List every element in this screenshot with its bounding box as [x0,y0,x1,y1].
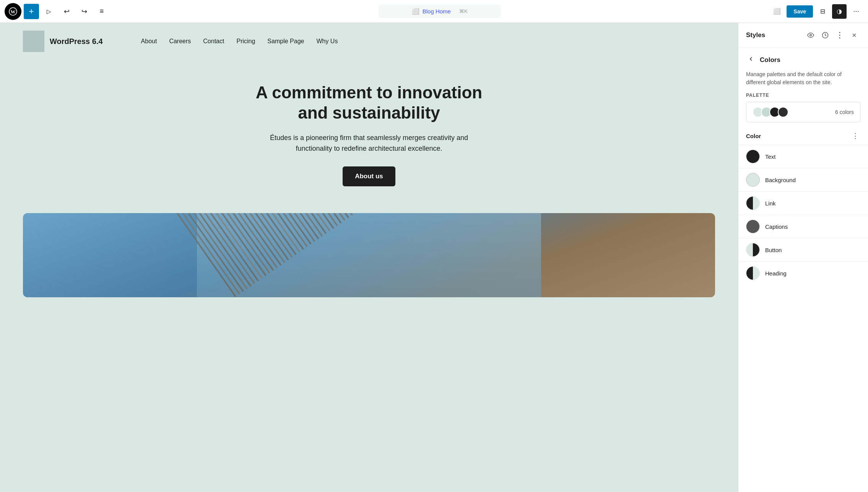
wp-logo: W [5,3,21,20]
canvas: WordPress 6.4 About Careers Contact Pric… [0,23,738,492]
breadcrumb-shortcut: ⌘K [459,8,468,14]
svg-point-53 [839,37,840,39]
background-swatch-container [746,173,760,187]
text-swatch-container [746,150,760,163]
swatch-3 [778,107,788,117]
page-icon: ⬜ [412,8,419,15]
background-color-label: Background [765,177,796,183]
pointer-tool-button[interactable]: ▷ [41,4,57,19]
palette-row[interactable]: 6 colors [746,102,860,122]
link-swatch-container [746,196,760,210]
captions-swatch [746,220,760,233]
palette-count: 6 colors [835,109,854,115]
toolbar: W + ▷ ↩ ↪ ≡ ⬜ Blog Home ⌘K ⬜ Save ⊟ ◑ ⋯ [0,0,868,23]
nav-pricing[interactable]: Pricing [236,38,255,45]
hero-heading: A commitment to innovation and sustainab… [250,83,488,123]
add-block-button[interactable]: + [24,4,39,19]
panel-header: Styles [738,23,868,48]
site-name: WordPress 6.4 [50,37,103,46]
breadcrumb-label: Blog Home [423,8,451,15]
styles-more-button[interactable] [834,29,846,41]
background-swatch [746,173,760,187]
styles-close-button[interactable] [848,29,860,41]
svg-point-52 [839,35,840,36]
site-logo: WordPress 6.4 [23,31,103,52]
panel-header-icons [805,29,860,41]
color-section-title: Color [746,133,761,139]
nav-careers[interactable]: Careers [169,38,191,45]
styles-eye-button[interactable] [805,29,817,41]
breadcrumb[interactable]: ⬜ Blog Home ⌘K [379,5,501,18]
nav-about[interactable]: About [141,38,157,45]
colors-back-button[interactable] [746,54,756,66]
panel-title: Styles [746,31,765,39]
hero-subtext: Études is a pioneering firm that seamles… [254,132,484,155]
toolbar-right: ⬜ Save ⊟ ◑ ⋯ [770,4,863,19]
save-button[interactable]: Save [787,5,813,18]
colors-header: Colors [738,48,868,69]
text-color-label: Text [765,153,776,160]
palette-swatches [753,107,788,117]
site-nav: About Careers Contact Pricing Sample Pag… [141,38,338,45]
heading-color-label: Heading [765,270,787,277]
nav-contact[interactable]: Contact [203,38,224,45]
colors-title: Colors [760,56,780,64]
button-swatch [746,243,760,257]
link-color-label: Link [765,200,776,207]
color-item-captions[interactable]: Captions [738,215,868,238]
site-header: WordPress 6.4 About Careers Contact Pric… [0,23,738,60]
main-area: WordPress 6.4 About Careers Contact Pric… [0,23,868,492]
layout-toggle-button[interactable]: ⊟ [815,4,830,19]
palette-label: PALETTE [738,93,868,102]
link-swatch [746,196,760,210]
text-swatch [746,150,760,163]
hero-section: A commitment to innovation and sustainab… [0,60,738,202]
more-options-button[interactable]: ⋯ [849,4,863,19]
color-item-background[interactable]: Background [738,168,868,191]
button-color-label: Button [765,247,782,253]
hero-cta-button[interactable]: About us [343,166,395,186]
captions-color-label: Captions [765,223,788,230]
desktop-view-button[interactable]: ⬜ [770,4,784,19]
dark-mode-button[interactable]: ◑ [832,4,847,19]
colors-description: Manage palettes and the default color of… [738,69,868,93]
captions-swatch-container [746,220,760,233]
heading-swatch-container [746,266,760,280]
nav-why-us[interactable]: Why Us [316,38,338,45]
color-item-heading[interactable]: Heading [738,261,868,285]
styles-history-button[interactable] [819,29,831,41]
svg-point-51 [839,32,840,33]
svg-text:W: W [11,9,16,15]
color-section-header: Color ⋮ [738,129,868,145]
nav-sample[interactable]: Sample Page [267,38,304,45]
styles-panel: Styles Colors M [738,23,868,492]
toolbar-center: ⬜ Blog Home ⌘K [112,5,767,18]
button-swatch-container [746,243,760,257]
logo-placeholder [23,31,44,52]
list-view-button[interactable]: ≡ [94,4,109,19]
color-section-more-button[interactable]: ⋮ [850,130,860,142]
hero-image [23,213,715,297]
redo-button[interactable]: ↪ [76,4,92,19]
undo-button[interactable]: ↩ [59,4,74,19]
svg-point-49 [810,34,812,36]
color-item-link[interactable]: Link [738,191,868,215]
color-item-button[interactable]: Button [738,238,868,261]
heading-swatch [746,266,760,280]
color-item-text[interactable]: Text [738,145,868,168]
